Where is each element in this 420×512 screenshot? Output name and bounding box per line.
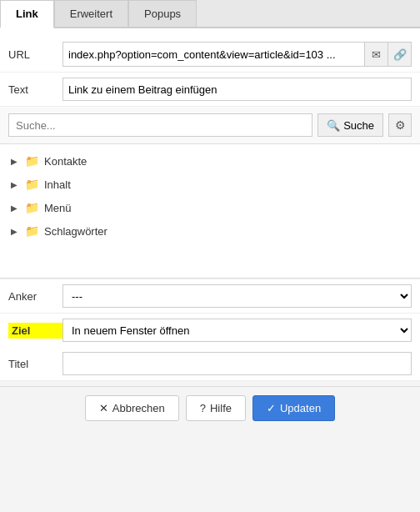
folder-icon: 📁	[25, 178, 39, 191]
envelope-icon: ✉	[372, 48, 381, 61]
ziel-row: Ziel In neuem Fenster öffnen _self _pare…	[0, 313, 420, 347]
url-row: URL ✉ 🔗	[0, 37, 420, 73]
folder-icon: 📁	[25, 201, 39, 214]
footer: ✕ Abbrechen ? Hilfe ✓ Updaten	[0, 386, 420, 429]
anker-label: Anker	[8, 290, 62, 303]
chevron-right-icon: ▶	[8, 202, 20, 213]
tree-item-kontakte[interactable]: ▶ 📁 Kontakte	[0, 149, 420, 173]
anker-row: Anker ---	[0, 279, 420, 313]
tree-item-menue[interactable]: ▶ 📁 Menü	[0, 196, 420, 219]
tree-label-schlagwoerter: Schlagwörter	[44, 225, 108, 238]
chevron-right-icon: ▶	[8, 155, 20, 167]
question-icon: ?	[200, 402, 206, 414]
text-row: Text	[0, 73, 420, 107]
titel-label: Titel	[8, 358, 62, 370]
tab-erweitert[interactable]: Erweitert	[54, 0, 128, 27]
x-icon: ✕	[99, 402, 108, 414]
text-label: Text	[8, 83, 62, 96]
tree-label-inhalt: Inhalt	[44, 178, 71, 191]
tree-label-menue: Menü	[44, 202, 72, 214]
tab-popups[interactable]: Popups	[128, 0, 197, 27]
tree-area: ▶ 📁 Kontakte ▶ 📁 Inhalt ▶ 📁 Menü ▶ 📁 Sch…	[0, 144, 420, 278]
tree-item-inhalt[interactable]: ▶ 📁 Inhalt	[0, 173, 420, 196]
help-label: Hilfe	[210, 402, 232, 414]
folder-icon: 📁	[25, 154, 39, 168]
url-input[interactable]	[63, 43, 364, 66]
url-link-button[interactable]: 🔗	[388, 43, 411, 66]
anker-select[interactable]: ---	[62, 284, 412, 308]
main-panel: URL ✉ 🔗 Text 🔍 Suche ⚙ ▶ 📁 Kont	[0, 28, 420, 381]
tree-label-kontakte: Kontakte	[44, 155, 87, 168]
tab-bar: Link Erweitert Popups	[0, 0, 420, 28]
chevron-right-icon: ▶	[8, 178, 20, 190]
folder-icon: 📁	[25, 224, 39, 238]
check-icon: ✓	[267, 402, 276, 414]
update-button[interactable]: ✓ Updaten	[252, 395, 335, 421]
settings-button[interactable]: ⚙	[388, 113, 412, 137]
titel-input[interactable]	[62, 352, 412, 375]
url-input-wrap: ✉ 🔗	[62, 42, 412, 67]
ziel-select[interactable]: In neuem Fenster öffnen _self _parent _t…	[62, 319, 412, 342]
chevron-right-icon: ▶	[8, 225, 20, 237]
ziel-label: Ziel	[8, 323, 62, 339]
cancel-button[interactable]: ✕ Abbrechen	[85, 395, 179, 421]
url-label: URL	[8, 48, 62, 61]
search-icon: 🔍	[327, 119, 340, 132]
search-input[interactable]	[8, 113, 312, 137]
update-label: Updaten	[280, 402, 321, 414]
titel-row: Titel	[0, 347, 420, 381]
gear-icon: ⚙	[395, 118, 406, 132]
help-button[interactable]: ? Hilfe	[186, 395, 246, 421]
search-button[interactable]: 🔍 Suche	[318, 113, 383, 137]
tree-item-schlagwoerter[interactable]: ▶ 📁 Schlagwörter	[0, 219, 420, 243]
search-row: 🔍 Suche ⚙	[0, 107, 420, 144]
cancel-label: Abbrechen	[112, 402, 165, 414]
link-icon: 🔗	[393, 48, 407, 61]
search-button-label: Suche	[343, 119, 374, 132]
url-email-button[interactable]: ✉	[364, 43, 388, 66]
text-input[interactable]	[62, 78, 412, 101]
tab-link[interactable]: Link	[0, 0, 54, 28]
